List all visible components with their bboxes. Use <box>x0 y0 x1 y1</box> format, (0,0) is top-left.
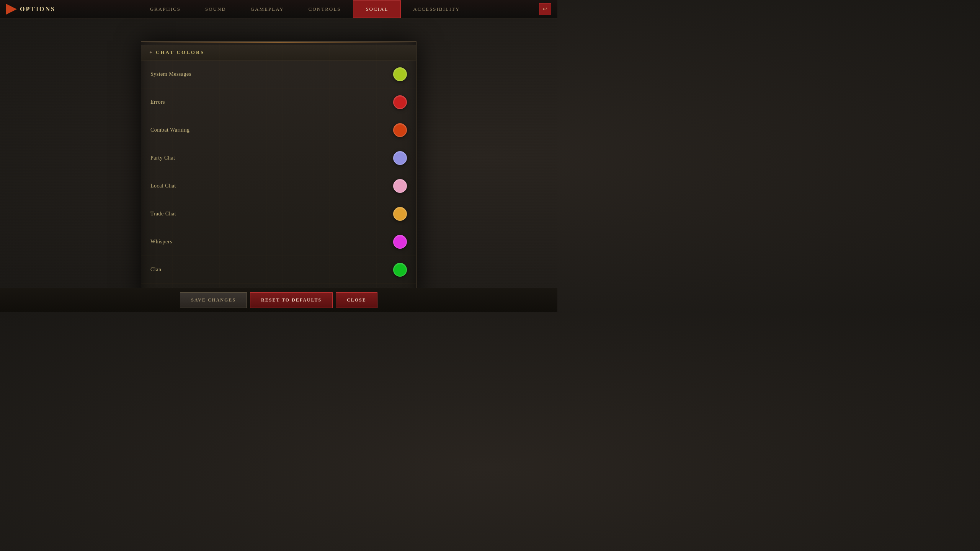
color-swatch-combat-warning[interactable] <box>393 123 407 137</box>
top-navigation: OPTIONS GRAPHICS SOUND GAMEPLAY CONTROLS… <box>0 0 557 18</box>
setting-label-errors: Errors <box>150 99 165 105</box>
list-item: Party Chat <box>141 144 416 172</box>
list-item: Clan <box>141 256 416 284</box>
bottom-action-bar: SAVE CHANGES RESET TO DEFAULTS CLOSE <box>0 288 557 312</box>
tab-sound[interactable]: SOUND <box>193 1 238 18</box>
tab-accessibility[interactable]: ACCESSIBILITY <box>401 1 472 18</box>
app-title: OPTIONS <box>20 6 56 13</box>
setting-label-whispers: Whispers <box>150 239 172 245</box>
logo-arrow-icon <box>6 4 17 15</box>
color-swatch-local-chat[interactable] <box>393 179 407 193</box>
chat-colors-title: CHAT COLORS <box>156 49 205 55</box>
setting-label-trade-chat: Trade Chat <box>150 211 176 217</box>
setting-label-local-chat: Local Chat <box>150 183 176 189</box>
list-item: System Messages <box>141 60 416 88</box>
chat-colors-section-header: ✦ CHAT COLORS <box>141 45 416 60</box>
setting-label-clan: Clan <box>150 267 161 273</box>
color-swatch-errors[interactable] <box>393 95 407 109</box>
back-button[interactable]: ↩ <box>539 3 551 15</box>
setting-label-party-chat: Party Chat <box>150 155 175 161</box>
list-item: Combat Warning <box>141 116 416 144</box>
close-button[interactable]: CLOSE <box>336 292 377 308</box>
color-swatch-whispers[interactable] <box>393 235 407 249</box>
tab-gameplay[interactable]: GAMEPLAY <box>238 1 296 18</box>
main-content-area: ✦ CHAT COLORS System Messages Errors Com… <box>0 18 557 288</box>
scroll-container[interactable]: ✦ CHAT COLORS System Messages Errors Com… <box>141 43 416 302</box>
setting-label-combat-warning: Combat Warning <box>150 127 189 133</box>
color-swatch-system-messages[interactable] <box>393 67 407 81</box>
nav-tabs-container: GRAPHICS SOUND GAMEPLAY CONTROLS SOCIAL … <box>71 0 539 18</box>
reset-to-defaults-button[interactable]: RESET TO DEFAULTS <box>250 292 333 308</box>
color-swatch-party-chat[interactable] <box>393 151 407 165</box>
list-item: Trade Chat <box>141 200 416 228</box>
tab-graphics[interactable]: GRAPHICS <box>138 1 193 18</box>
list-item: Whispers <box>141 228 416 256</box>
color-swatch-clan[interactable] <box>393 263 407 277</box>
tab-social[interactable]: SOCIAL <box>353 0 401 18</box>
nav-logo: OPTIONS <box>6 4 56 15</box>
section-icon: ✦ <box>149 50 153 55</box>
color-swatch-trade-chat[interactable] <box>393 207 407 221</box>
list-item: Local Chat <box>141 172 416 200</box>
tab-controls[interactable]: CONTROLS <box>296 1 353 18</box>
setting-label-system-messages: System Messages <box>150 71 191 77</box>
list-item: Errors <box>141 88 416 116</box>
settings-panel: ✦ CHAT COLORS System Messages Errors Com… <box>141 41 416 302</box>
save-changes-button[interactable]: SAVE CHANGES <box>180 292 247 308</box>
